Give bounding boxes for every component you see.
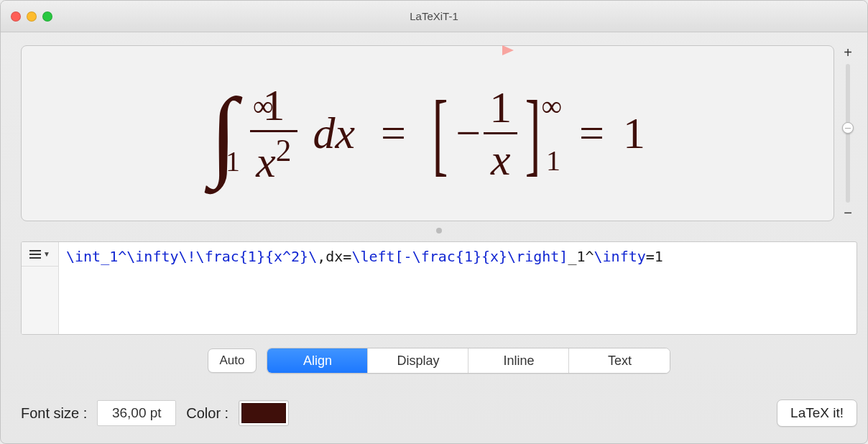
differential: dx (313, 108, 356, 159)
zoom-thumb[interactable] (842, 122, 854, 134)
antiderivative-fraction: 1 x (484, 85, 517, 182)
mode-tab-text[interactable]: Text (569, 348, 670, 373)
result-value: 1 (623, 108, 645, 159)
fontsize-input[interactable] (97, 400, 176, 426)
svg-marker-0 (502, 45, 514, 55)
hamburger-icon (29, 250, 41, 259)
zoom-out-button[interactable]: − (844, 205, 852, 221)
content-area: ∫ ∞ 1 1 x2 dx = [ − 1 (1, 32, 867, 443)
left-bracket: [ (433, 101, 448, 166)
mode-tab-align[interactable]: Align (267, 348, 368, 373)
fontsize-label: Font size : (21, 405, 87, 422)
preamble-menu-button[interactable]: ▼ (22, 242, 58, 267)
zoom-in-button[interactable]: + (844, 45, 852, 61)
fraction-denominator: x (485, 137, 517, 182)
fraction-denominator: x2 (250, 135, 297, 184)
rendered-equation: ∫ ∞ 1 1 x2 dx = [ − 1 (210, 83, 645, 184)
equals-sign: = (381, 108, 406, 159)
auto-button[interactable]: Auto (208, 348, 257, 373)
equals-sign: = (579, 108, 604, 159)
bracket-upper-limit: ∞ (542, 89, 563, 123)
editor-gutter: ▼ (22, 242, 59, 334)
window-minimize-button[interactable] (27, 11, 37, 22)
preview-panel[interactable]: ∫ ∞ 1 1 x2 dx = [ − 1 (21, 45, 834, 221)
chevron-down-icon: ▼ (43, 250, 50, 258)
bottom-bar: Font size : Color : LaTeX it! (21, 399, 857, 427)
traffic-lights (11, 11, 52, 22)
preview-row: ∫ ∞ 1 1 x2 dx = [ − 1 (21, 45, 857, 221)
zoom-track[interactable] (846, 64, 850, 203)
window-title: LaTeXiT-1 (1, 10, 867, 22)
pane-splitter[interactable] (21, 227, 857, 234)
mode-row: Auto AlignDisplayInlineText (21, 348, 857, 374)
integral-upper-limit: ∞ (253, 89, 274, 123)
mode-tab-inline[interactable]: Inline (468, 348, 569, 373)
zoom-slider: + − (839, 45, 857, 221)
titlebar: LaTeXiT-1 (1, 1, 867, 32)
baseline-marker-icon (501, 44, 517, 55)
latex-source-input[interactable]: \int_1^\infty\!\frac{1}{x^2}\,dx=\left[-… (59, 242, 857, 334)
bracket-lower-limit: 1 (546, 144, 560, 177)
color-well[interactable] (239, 400, 289, 426)
source-editor: ▼ \int_1^\infty\!\frac{1}{x^2}\,dx=\left… (21, 241, 857, 335)
app-window: LaTeXiT-1 ∫ ∞ 1 1 x2 (0, 0, 868, 444)
mode-tab-display[interactable]: Display (368, 348, 468, 373)
color-swatch (241, 403, 286, 423)
fraction-numerator: 1 (484, 85, 517, 129)
bracket-evaluation: [ − 1 x ] ∞ 1 (425, 85, 560, 182)
integral-lower-limit: 1 (226, 144, 240, 178)
minus-sign: − (456, 108, 481, 159)
mode-segmented: AlignDisplayInlineText (267, 348, 670, 374)
window-close-button[interactable] (11, 11, 21, 22)
right-bracket: ] (525, 101, 541, 166)
window-zoom-button[interactable] (42, 11, 52, 22)
latex-it-button[interactable]: LaTeX it! (777, 399, 857, 427)
color-label: Color : (186, 405, 228, 422)
